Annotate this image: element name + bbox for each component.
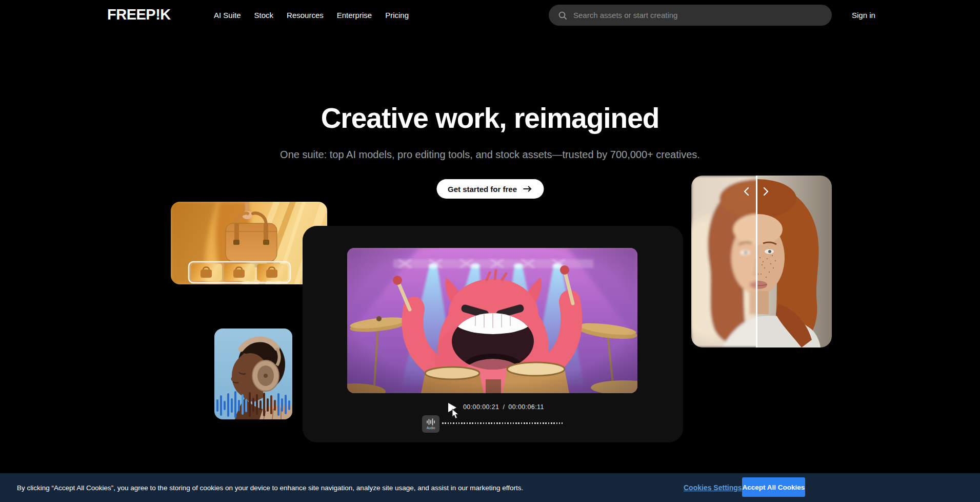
freepik-logo[interactable]: FREEP!K (107, 6, 171, 23)
headphones-image (214, 329, 292, 419)
mouse-cursor-icon (452, 409, 459, 419)
cookie-banner: By clicking “Accept All Cookies”, you ag… (0, 473, 980, 502)
get-started-button[interactable]: Get started for free (436, 179, 544, 199)
headphones-image-card[interactable] (214, 329, 292, 419)
video-editor-card: 00:00:00:21 / 00:00:06:11 Audio (303, 226, 683, 442)
search-bar[interactable] (549, 5, 832, 26)
nav-item-stock[interactable]: Stock (254, 11, 274, 20)
get-started-label: Get started for free (448, 185, 517, 194)
nav-item-ai-suite[interactable]: AI Suite (214, 11, 241, 20)
video-preview[interactable] (347, 248, 637, 393)
current-time: 00:00:00:21 (463, 403, 499, 411)
chevron-left-icon[interactable] (743, 187, 750, 196)
audio-waveform-strip[interactable] (442, 422, 563, 424)
portrait-image (691, 176, 832, 347)
monster-drummer-video (347, 248, 637, 393)
cookie-message: By clicking “Accept All Cookies”, you ag… (17, 484, 523, 492)
audio-waveform-icon (426, 418, 435, 426)
search-input[interactable] (573, 11, 819, 20)
duration: 00:00:06:11 (508, 403, 544, 411)
variation-filmstrip (189, 262, 290, 283)
cookies-settings-link[interactable]: Cookies Settings (684, 484, 742, 492)
sign-in-link[interactable]: Sign in (852, 0, 875, 30)
page-title: Creative work, reimagined (0, 102, 980, 134)
search-icon (558, 11, 567, 20)
nav-item-enterprise[interactable]: Enterprise (337, 11, 372, 20)
audio-track-badge[interactable]: Audio (422, 415, 439, 433)
nav-item-pricing[interactable]: Pricing (385, 11, 409, 20)
portrait-compare-card[interactable] (691, 176, 832, 347)
hero-subtitle: One suite: top AI models, pro editing to… (0, 149, 980, 161)
freepik-homepage: FREEP!K AI Suite Stock Resources Enterpr… (0, 0, 980, 502)
time-separator: / (503, 403, 505, 411)
timecode: 00:00:00:21 / 00:00:06:11 (463, 403, 544, 411)
accept-all-cookies-button[interactable]: Accept All Cookies (742, 477, 805, 497)
arrow-right-icon (522, 186, 532, 192)
audio-badge-label: Audio (427, 426, 435, 430)
compare-slider-handle[interactable] (756, 176, 757, 347)
main-nav: AI Suite Stock Resources Enterprise Pric… (214, 0, 409, 30)
chevron-right-icon[interactable] (763, 187, 769, 196)
nav-item-resources[interactable]: Resources (287, 11, 324, 20)
